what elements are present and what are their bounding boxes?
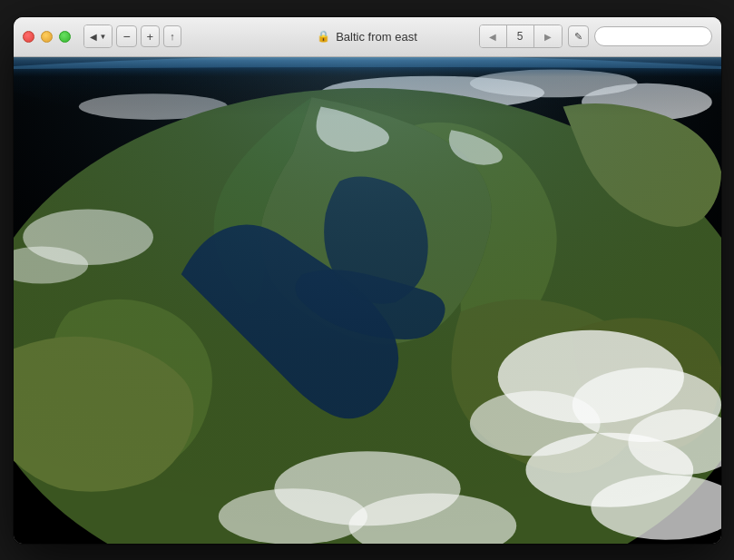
minimize-button[interactable] — [41, 31, 53, 43]
zoom-in-icon: + — [147, 30, 154, 44]
window-title: Baltic from east — [336, 30, 417, 44]
satellite-image — [14, 57, 721, 544]
page-number-label: 5 — [517, 30, 524, 43]
annotation-prev-icon: ◀ — [489, 32, 496, 42]
search-wrapper: ⌕ — [594, 26, 712, 46]
nav-back-dropdown-icon: ▼ — [100, 33, 107, 41]
svg-rect-20 — [14, 57, 721, 116]
edit-annotation-button[interactable]: ✎ — [568, 25, 589, 47]
title-area: 🔒 Baltic from east — [317, 30, 417, 44]
annotation-prev-button[interactable]: ◀ — [480, 25, 507, 47]
nav-back-icon: ◀ — [90, 32, 97, 42]
toolbar-right: ◀ 5 ▶ ✎ ⌕ — [479, 25, 712, 48]
page-number-display: 5 — [507, 25, 534, 47]
maximize-button[interactable] — [59, 31, 71, 43]
svg-rect-19 — [14, 57, 721, 544]
nav-button-group: ◀ ▼ — [83, 25, 113, 48]
toolbar-left: ◀ ▼ − + ↑ — [83, 25, 181, 48]
titlebar: ◀ ▼ − + ↑ 🔒 Baltic from east ◀ — [14, 17, 721, 57]
zoom-in-button[interactable]: + — [141, 25, 161, 47]
share-button[interactable]: ↑ — [163, 25, 181, 47]
annotation-next-button[interactable]: ▶ — [534, 25, 562, 47]
nav-back-button[interactable]: ◀ ▼ — [84, 25, 113, 47]
zoom-out-button[interactable]: − — [116, 25, 136, 47]
main-window: ◀ ▼ − + ↑ 🔒 Baltic from east ◀ — [14, 17, 721, 544]
annotation-next-icon: ▶ — [544, 32, 552, 42]
traffic-lights — [23, 31, 71, 43]
annotation-controls: ◀ 5 ▶ — [479, 25, 563, 48]
search-input[interactable] — [594, 26, 712, 46]
close-button[interactable] — [23, 31, 34, 43]
lock-icon: 🔒 — [317, 30, 330, 43]
share-icon: ↑ — [170, 31, 175, 42]
content-area — [14, 57, 721, 544]
pencil-icon: ✎ — [574, 31, 582, 43]
zoom-out-icon: − — [122, 29, 130, 44]
